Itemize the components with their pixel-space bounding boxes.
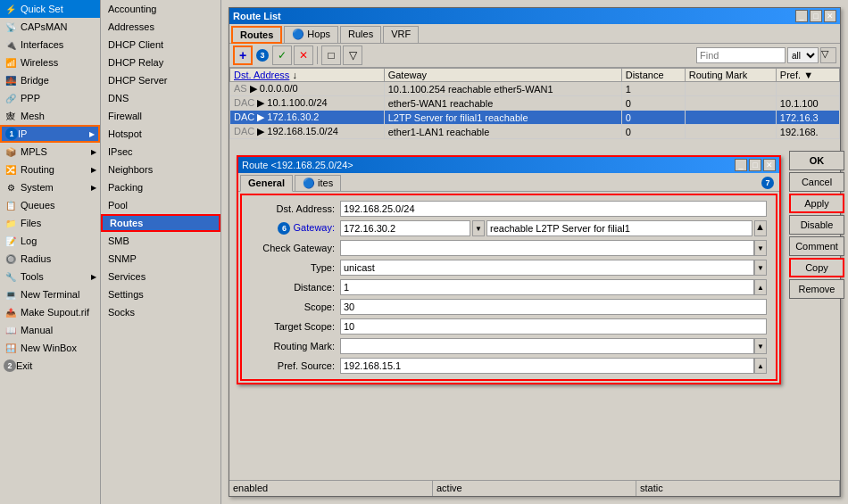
sub-item-neighbors[interactable]: Neighbors (101, 161, 220, 178)
tab-rules[interactable]: Rules (340, 26, 381, 43)
sub-item-addresses[interactable]: Addresses (101, 18, 220, 36)
tab-routes[interactable]: Routes (231, 26, 282, 44)
sub-item-routes[interactable]: Routes (101, 214, 220, 232)
sidebar-item-ip[interactable]: 1 IP ▶ (0, 125, 100, 143)
sub-item-snmp[interactable]: SNMP (101, 250, 220, 268)
search-input[interactable] (696, 47, 786, 63)
sidebar-item-capsman[interactable]: 📡 CAPsMAN (0, 18, 100, 36)
sub-item-services[interactable]: Services (101, 268, 220, 285)
tools-arrow: ▶ (91, 273, 96, 281)
col-routing-mark[interactable]: Routing Mark (685, 69, 776, 82)
scope-input[interactable] (340, 299, 767, 315)
filter-button[interactable]: ▽ (343, 45, 362, 65)
type-scroll[interactable]: ▼ (754, 260, 767, 276)
sub-item-socks[interactable]: Socks (101, 303, 220, 321)
routing-mark-input[interactable] (340, 338, 754, 354)
sidebar-item-files[interactable]: 📁 Files (0, 214, 100, 232)
route-dialog-maximize[interactable]: □ (749, 159, 761, 171)
sidebar-item-mesh[interactable]: 🕸 Mesh (0, 107, 100, 125)
gateway-dropdown-btn[interactable]: ▼ (472, 220, 485, 236)
sidebar-item-bridge[interactable]: 🌉 Bridge (0, 71, 100, 89)
sub-item-settings[interactable]: Settings (101, 285, 220, 303)
search-select[interactable]: all (787, 47, 819, 63)
sub-item-pool[interactable]: Pool (101, 196, 220, 214)
sub-item-smb[interactable]: SMB (101, 232, 220, 250)
table-row[interactable]: AS ▶ 0.0.0.0/0 10.1.100.254 reachable et… (230, 82, 840, 96)
sub-item-firewall[interactable]: Firewall (101, 107, 220, 125)
tab-attributes[interactable]: 🔵 ites (295, 175, 341, 191)
comment-button[interactable]: Comment (789, 236, 844, 256)
check-gateway-input[interactable] (340, 240, 754, 256)
remove-button[interactable]: Remove (789, 279, 844, 299)
add-button[interactable]: + (233, 45, 253, 65)
check-button[interactable]: ✓ (272, 45, 292, 65)
col-pref[interactable]: Pref. ▼ (776, 69, 839, 82)
gateway-input[interactable] (340, 220, 470, 236)
sidebar-item-interfaces[interactable]: 🔌 Interfaces (0, 36, 100, 54)
sub-item-dhcp-server[interactable]: DHCP Server (101, 71, 220, 89)
table-row[interactable]: DAC ▶ 172.16.30.2 L2TP Server for filial… (230, 111, 840, 125)
sidebar-item-system[interactable]: ⚙ System ▶ (0, 178, 100, 196)
sidebar-item-quick-set[interactable]: ⚡ Quick Set (0, 0, 100, 18)
sidebar-item-new-terminal[interactable]: 💻 New Terminal (0, 285, 100, 303)
sidebar-item-ppp[interactable]: 🔗 PPP (0, 89, 100, 107)
col-distance[interactable]: Distance (621, 69, 685, 82)
row-gw-3: ether1-LAN1 reachable (384, 125, 621, 139)
sidebar-item-routing[interactable]: 🔀 Routing ▶ (0, 161, 100, 178)
sub-item-dhcp-client[interactable]: DHCP Client (101, 36, 220, 54)
log-icon: 📝 (4, 234, 18, 248)
disable-button[interactable]: Disable (789, 215, 844, 235)
row-dist-3: 0 (621, 125, 685, 139)
tab-general[interactable]: General (240, 175, 293, 192)
distance-input[interactable] (340, 279, 754, 295)
routing-mark-row: Routing Mark: ▼ (251, 338, 767, 354)
pref-source-scroll[interactable]: ▲ (754, 358, 767, 374)
dst-address-input[interactable] (340, 201, 767, 217)
sub-item-accounting[interactable]: Accounting (101, 0, 220, 18)
system-arrow: ▶ (91, 184, 96, 192)
table-row[interactable]: DAC ▶ 10.1.100.0/24 ether5-WAN1 reachabl… (230, 96, 840, 111)
check-gateway-scroll[interactable]: ▼ (754, 240, 767, 256)
gateway-text-scroll[interactable]: ▲ (754, 220, 767, 236)
search-button[interactable]: ▽ (820, 47, 836, 63)
tab-hops[interactable]: 🔵 Hops (284, 26, 338, 43)
apply-button[interactable]: Apply (789, 194, 844, 213)
col-gateway[interactable]: Gateway (384, 69, 621, 82)
sidebar-item-manual[interactable]: 📖 Manual (0, 321, 100, 339)
route-dialog-minimize[interactable]: _ (735, 159, 747, 171)
sub-item-hotspot[interactable]: Hotspot (101, 125, 220, 143)
table-row[interactable]: DAC ▶ 192.168.15.0/24 ether1-LAN1 reacha… (230, 125, 840, 139)
routing-mark-scroll[interactable]: ▼ (754, 338, 767, 354)
sidebar-item-tools[interactable]: 🔧 Tools ▶ (0, 268, 100, 285)
ok-button[interactable]: OK (789, 151, 844, 170)
sidebar-item-radius[interactable]: 🔘 Radius (0, 250, 100, 268)
sub-item-dhcp-relay[interactable]: DHCP Relay (101, 54, 220, 71)
sub-item-dns[interactable]: DNS (101, 89, 220, 107)
distance-scroll[interactable]: ▲ (754, 279, 767, 295)
sidebar-item-wireless[interactable]: 📶 Wireless (0, 54, 100, 71)
col-dst-address[interactable]: Dst. Address ↓ (230, 69, 385, 82)
tab-vrf[interactable]: VRF (383, 26, 419, 43)
minimize-button[interactable]: _ (795, 10, 808, 22)
route-dialog-close[interactable]: ✕ (763, 159, 776, 171)
maximize-button[interactable]: □ (810, 10, 822, 22)
sidebar-item-log[interactable]: 📝 Log (0, 232, 100, 250)
sidebar-item-queues[interactable]: 📋 Queues (0, 196, 100, 214)
delete-button[interactable]: ✕ (294, 45, 313, 65)
type-input[interactable] (340, 260, 754, 276)
copy-button[interactable]: Copy (789, 258, 844, 277)
sub-item-ipsec[interactable]: IPsec (101, 143, 220, 161)
sidebar-item-new-winbox[interactable]: 🪟 New WinBox (0, 339, 100, 357)
sidebar-item-make-supout[interactable]: 📤 Make Supout.rif (0, 303, 100, 321)
pref-source-input[interactable] (340, 358, 754, 374)
sidebar-item-mpls[interactable]: 📦 MPLS ▶ (0, 143, 100, 161)
gateway-text-input[interactable] (486, 220, 752, 236)
row-pref-3: 192.168. (776, 125, 839, 139)
sub-item-packing[interactable]: Packing (101, 178, 220, 196)
cancel-button[interactable]: Cancel (789, 172, 844, 192)
sidebar-item-exit[interactable]: 2 Exit (0, 357, 100, 375)
copy-tool-button[interactable]: □ (321, 45, 341, 65)
manual-icon: 📖 (4, 323, 18, 337)
close-button[interactable]: ✕ (824, 10, 836, 22)
target-scope-input[interactable] (340, 318, 767, 335)
